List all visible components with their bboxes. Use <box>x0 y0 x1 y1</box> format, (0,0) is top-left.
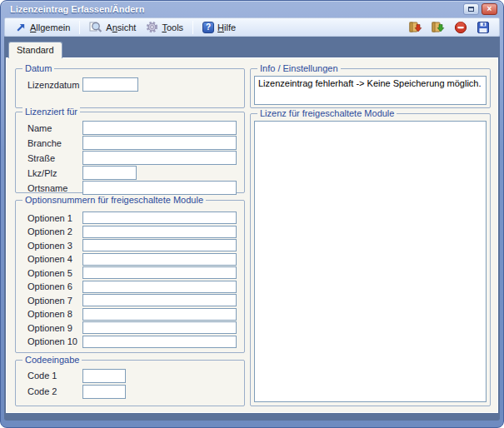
dialog-window: Lizenzeintrag Erfassen/Ändern × Allgemei… <box>0 0 504 428</box>
field-row: Optionen 1 <box>27 212 244 224</box>
field-row: Straße <box>27 151 244 165</box>
optionen-3-label: Optionen 3 <box>27 241 82 251</box>
field-row: Optionen 3 <box>27 239 244 251</box>
optionen-5-label: Optionen 5 <box>27 268 82 278</box>
gear-icon <box>146 21 158 33</box>
toolbar-separator <box>192 21 193 34</box>
optionen-9-label: Optionen 9 <box>27 323 82 333</box>
lizenzdatum-input[interactable] <box>82 77 138 92</box>
code-2-input[interactable] <box>82 385 126 399</box>
group-info-legend: Info / Einstellungen <box>257 63 341 74</box>
menu-allgemein-label: Allgemein <box>30 22 70 32</box>
group-info-einstellungen: Info / Einstellungen Lizenzeintrag fehle… <box>250 68 491 108</box>
code-1-input[interactable] <box>82 369 126 383</box>
lkz-plz-label: Lkz/Plz <box>27 168 82 178</box>
group-datum-legend: Datum <box>22 63 54 74</box>
help-icon: ? <box>202 22 214 33</box>
optionen-9-input[interactable] <box>82 321 237 334</box>
group-datum: Datum Lizenzdatum <box>15 68 245 108</box>
menu-bar: Allgemein Ansicht Tools ? Hilfe <box>4 17 500 37</box>
group-codeeingabe: Codeeingabe Code 1 Code 2 <box>15 360 245 406</box>
group-codeeingabe-legend: Codeeingabe <box>22 355 82 366</box>
save-icon[interactable] <box>476 20 490 34</box>
menu-ansicht-label: Ansicht <box>106 22 136 32</box>
optionen-1-input[interactable] <box>82 212 237 224</box>
name-label: Name <box>27 123 82 133</box>
field-row: Optionen 2 <box>27 226 244 238</box>
branche-input[interactable] <box>82 136 237 150</box>
optionen-10-label: Optionen 10 <box>27 336 82 346</box>
field-row: Optionen 4 <box>27 253 244 266</box>
field-row: Branche <box>27 136 244 150</box>
info-message-box: Lizenzeintrag fehlerhaft -> Keine Speich… <box>254 76 487 105</box>
menu-hilfe-label: Hilfe <box>217 22 236 32</box>
menu-tools-label: Tools <box>162 22 183 32</box>
lkz-plz-input[interactable] <box>82 166 137 180</box>
field-row: Optionen 8 <box>27 308 244 321</box>
optionen-8-input[interactable] <box>82 308 237 321</box>
title-bar[interactable]: Lizenzeintrag Erfassen/Ändern × <box>4 1 500 17</box>
ortsname-label: Ortsname <box>27 183 82 193</box>
magnifier-icon <box>89 21 102 33</box>
field-row: Code 1 <box>27 369 244 382</box>
optionen-1-label: Optionen 1 <box>27 213 82 223</box>
field-row: Optionen 10 <box>27 336 244 348</box>
optionen-3-input[interactable] <box>82 239 237 251</box>
field-row: Lkz/Plz <box>27 166 244 180</box>
strasse-input[interactable] <box>82 151 237 165</box>
toolbar-separator <box>79 21 80 34</box>
optionen-4-label: Optionen 4 <box>27 254 82 264</box>
close-button[interactable]: × <box>482 3 497 15</box>
field-row: Optionen 6 <box>27 281 244 293</box>
menu-tools[interactable]: Tools <box>141 19 188 35</box>
menu-hilfe[interactable]: ? Hilfe <box>197 20 241 35</box>
menu-ansicht[interactable]: Ansicht <box>84 19 141 35</box>
group-lizenz-legend: Lizenz für freigeschaltete Module <box>257 108 397 119</box>
group-lizenziert-legend: Lizenziert für <box>22 107 80 117</box>
group-optionsnummern-legend: Optionsnummern für freigeschaltete Modul… <box>22 195 206 206</box>
optionen-7-label: Optionen 7 <box>27 296 82 306</box>
name-input[interactable] <box>82 121 237 135</box>
book-green-arrow-icon[interactable] <box>431 20 445 34</box>
standard-tab-page: Datum Lizenzdatum Lizenziert für Name <box>6 57 498 413</box>
maximize-button[interactable] <box>463 3 479 15</box>
field-row: Optionen 7 <box>27 294 244 306</box>
book-red-arrow-icon[interactable] <box>408 20 422 34</box>
info-message-text: Lizenzeintrag fehlerhaft -> Keine Speich… <box>258 78 482 88</box>
menu-allgemein[interactable]: Allgemein <box>10 20 75 35</box>
field-row: Ortsname <box>27 181 244 195</box>
module-license-area[interactable] <box>254 121 487 402</box>
maximize-icon <box>468 7 474 12</box>
tab-strip: Standard Datum Lizenzdatum Lizenziert fü… <box>4 37 500 421</box>
optionen-8-label: Optionen 8 <box>27 309 82 319</box>
window-title: Lizenzeintrag Erfassen/Ändern <box>10 4 461 14</box>
optionen-2-input[interactable] <box>82 226 237 238</box>
cancel-icon[interactable] <box>453 20 467 34</box>
code-2-label: Code 2 <box>27 386 82 396</box>
field-row: Name <box>27 121 244 135</box>
field-row: Lizenzdatum <box>27 77 244 92</box>
optionen-6-input[interactable] <box>82 281 237 293</box>
arrow-up-right-icon <box>15 22 27 33</box>
lizenzdatum-label: Lizenzdatum <box>27 80 82 90</box>
optionen-2-label: Optionen 2 <box>27 226 82 236</box>
optionen-7-input[interactable] <box>82 294 237 306</box>
optionen-6-label: Optionen 6 <box>27 281 82 291</box>
toolbar-right-icons <box>408 20 494 34</box>
branche-label: Branche <box>27 138 82 148</box>
group-optionsnummern: Optionsnummern für freigeschaltete Modul… <box>15 200 245 353</box>
field-row: Code 2 <box>27 385 244 398</box>
field-row: Optionen 5 <box>27 266 244 279</box>
group-lizenziert-fuer: Lizenziert für Name Branche Straße <box>15 112 245 193</box>
field-row: Optionen 9 <box>27 321 244 334</box>
strasse-label: Straße <box>27 153 82 163</box>
ortsname-input[interactable] <box>82 181 237 195</box>
optionen-5-input[interactable] <box>82 266 237 279</box>
tab-standard[interactable]: Standard <box>8 42 62 58</box>
group-lizenz-module: Lizenz für freigeschaltete Module <box>250 113 491 406</box>
code-1-label: Code 1 <box>27 371 82 381</box>
optionen-10-input[interactable] <box>82 336 237 348</box>
optionen-4-input[interactable] <box>82 253 237 266</box>
